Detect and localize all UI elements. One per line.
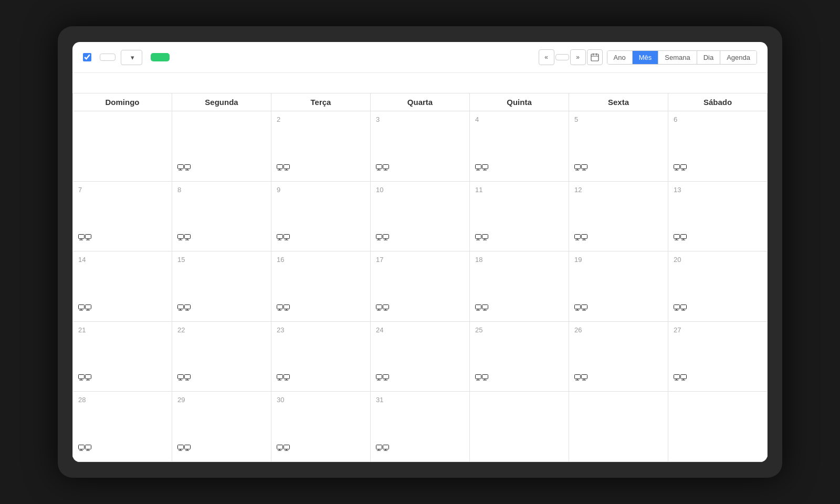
calendar-cell[interactable]: 8 <box>172 182 271 252</box>
svg-rect-7 <box>185 164 191 169</box>
monitor-pair-icon <box>177 233 266 247</box>
calendar-cell[interactable]: 15 <box>172 251 271 322</box>
calendar-cell[interactable]: 16 <box>271 251 371 322</box>
view-dia-button[interactable]: Dia <box>697 51 721 64</box>
calendar-cell[interactable]: 11 <box>470 182 569 252</box>
svg-rect-115 <box>582 304 587 309</box>
svg-rect-151 <box>482 375 488 379</box>
svg-rect-34 <box>674 164 680 169</box>
view-agenda-button[interactable]: Agenda <box>720 51 757 64</box>
calendar-cell[interactable]: 23 <box>271 322 371 392</box>
svg-rect-154 <box>575 375 581 379</box>
layout-campanha-button[interactable]: ▾ <box>121 50 142 65</box>
svg-rect-70 <box>575 235 581 239</box>
cell-date-number: 19 <box>574 256 663 264</box>
calendar-cell[interactable] <box>470 392 569 462</box>
svg-rect-46 <box>178 235 184 239</box>
calendar-cell[interactable]: 12 <box>569 182 668 252</box>
calendar-cell[interactable] <box>172 111 271 182</box>
calendar-cell[interactable]: 4 <box>470 111 569 182</box>
svg-rect-121 <box>681 304 687 309</box>
svg-rect-184 <box>376 445 382 449</box>
svg-rect-118 <box>674 304 680 309</box>
view-semana-button[interactable]: Semana <box>658 51 697 64</box>
svg-rect-124 <box>79 375 85 379</box>
day-header-quarta: Quarta <box>371 93 470 111</box>
calendar-cell[interactable]: 18 <box>470 251 569 322</box>
calendar-cell[interactable]: 31 <box>371 392 470 462</box>
dropdown-arrow-icon: ▾ <box>131 54 134 61</box>
cell-date-number: 3 <box>376 116 464 123</box>
day-header-segunda: Segunda <box>172 93 271 111</box>
calendar-cell[interactable]: 29 <box>172 392 271 462</box>
calendar-cell[interactable]: 10 <box>371 182 470 252</box>
monitor-pair-icon <box>277 444 365 457</box>
view-mes-button[interactable]: Mês <box>633 51 659 64</box>
monitor-pair-icon <box>177 303 266 317</box>
monitor-pair-icon <box>674 303 762 317</box>
prev-prev-button[interactable]: « <box>539 49 554 65</box>
cell-date-number: 29 <box>177 396 266 404</box>
today-button[interactable] <box>555 54 569 60</box>
cell-date-number: 13 <box>674 186 762 194</box>
svg-rect-103 <box>383 304 389 309</box>
svg-rect-82 <box>79 304 85 309</box>
monitor-pair-icon <box>78 444 166 457</box>
cell-date-number: 31 <box>376 396 464 404</box>
calendar-cell[interactable]: 24 <box>371 322 470 392</box>
calendar-cell[interactable]: 27 <box>668 322 768 392</box>
svg-rect-127 <box>86 375 91 379</box>
calendar-cell[interactable]: 14 <box>73 251 172 322</box>
svg-rect-94 <box>277 304 283 309</box>
cell-date-number: 7 <box>78 186 166 194</box>
calendar-cell[interactable]: 30 <box>271 392 371 462</box>
players-button[interactable] <box>100 54 116 61</box>
monitor-pair-icon <box>78 233 166 247</box>
calendar-cell[interactable]: 17 <box>371 251 470 322</box>
calendar-cell[interactable] <box>73 111 172 182</box>
calendar-cell[interactable]: 3 <box>371 111 470 182</box>
calendar-cell[interactable]: 21 <box>73 322 172 392</box>
calendar-cell[interactable] <box>569 392 668 462</box>
calendar-cell[interactable]: 19 <box>569 251 668 322</box>
svg-rect-136 <box>277 375 283 379</box>
view-ano-button[interactable]: Ano <box>607 51 633 64</box>
calendar-cell[interactable]: 7 <box>73 182 172 252</box>
monitor-pair-icon <box>376 303 464 317</box>
show-all-checkbox[interactable] <box>83 53 94 61</box>
cell-date-number: 11 <box>475 186 563 194</box>
calendar-cell[interactable]: 6 <box>668 111 768 182</box>
monitor-pair-icon <box>177 373 266 387</box>
device-frame: ▾ « » Ano Mês Semana <box>58 26 782 478</box>
calendar-cell[interactable]: 22 <box>172 322 271 392</box>
calendar-cell[interactable]: 2 <box>271 111 371 182</box>
cell-date-number: 25 <box>475 326 563 334</box>
svg-rect-25 <box>482 164 488 169</box>
monitor-pair-icon <box>376 233 464 247</box>
monitor-pair-icon <box>574 163 663 177</box>
next-next-button[interactable]: » <box>570 49 586 65</box>
svg-rect-13 <box>284 164 290 169</box>
calendar-cell[interactable]: 28 <box>73 392 172 462</box>
calendar-cell[interactable]: 9 <box>271 182 371 252</box>
calendar-icon-button[interactable] <box>587 49 603 65</box>
svg-rect-0 <box>591 54 598 61</box>
calendar-cell[interactable] <box>668 392 768 462</box>
calendar-cell[interactable]: 5 <box>569 111 668 182</box>
monitor-pair-icon <box>674 373 762 387</box>
calendar-cell[interactable]: 26 <box>569 322 668 392</box>
calendar-cell[interactable]: 13 <box>668 182 768 252</box>
svg-rect-19 <box>383 164 389 169</box>
view-group: Ano Mês Semana Dia Agenda <box>607 50 757 65</box>
add-event-button[interactable] <box>151 53 170 61</box>
cell-date-number: 5 <box>574 116 663 123</box>
svg-rect-37 <box>681 164 687 169</box>
svg-rect-148 <box>476 375 481 379</box>
svg-rect-49 <box>185 235 191 239</box>
cell-date-number: 26 <box>574 326 663 334</box>
show-all-input[interactable] <box>83 53 91 61</box>
monitor-pair-icon <box>674 163 762 177</box>
calendar-cell[interactable]: 25 <box>470 322 569 392</box>
calendar-cell[interactable]: 20 <box>668 251 768 322</box>
monitor-pair-icon <box>277 303 365 317</box>
